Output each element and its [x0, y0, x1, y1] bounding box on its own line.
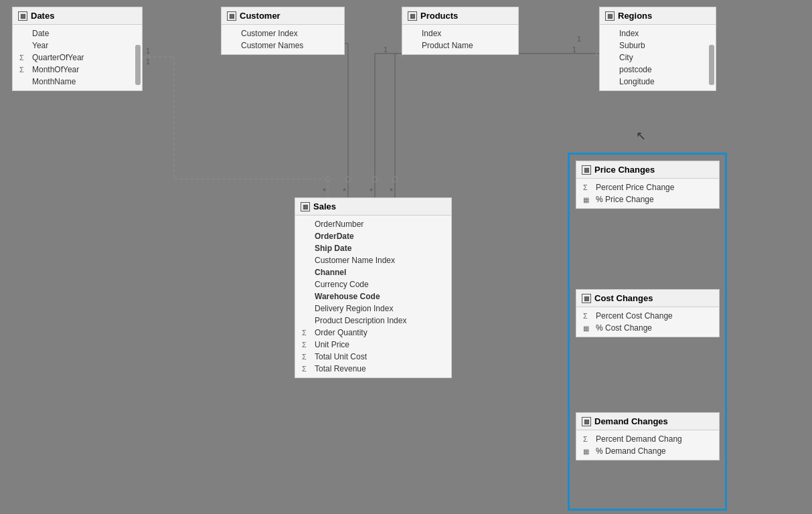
svg-point-18: [372, 177, 378, 182]
regions-table-icon: ▦: [605, 11, 615, 21]
regions-table-body: Index Suburb City postcode Longitude: [600, 25, 716, 90]
table-row: postcode: [600, 64, 716, 76]
table-row: Σ Unit Price: [295, 339, 451, 351]
dates-table-icon: ▦: [18, 11, 27, 21]
row-label: % Price Change: [596, 195, 654, 204]
sigma-icon: Σ: [19, 54, 29, 62]
customer-table-icon: ▦: [227, 11, 236, 21]
table-row: Index: [402, 27, 518, 39]
demand-changes-table-icon: ▦: [582, 417, 591, 426]
svg-text:1: 1: [146, 47, 150, 55]
table-row: ▦ % Demand Change: [576, 445, 719, 457]
row-label: Total Revenue: [315, 364, 366, 373]
row-label: Percent Cost Change: [596, 311, 673, 321]
dates-table-body: Date Year Σ QuarterOfYear Σ MonthOfYear …: [13, 25, 142, 90]
svg-text:*: *: [343, 186, 346, 196]
sigma-icon: Σ: [19, 66, 29, 74]
sigma-icon: Σ: [583, 435, 592, 443]
table-row: Currency Code: [295, 278, 451, 290]
row-label: Currency Code: [315, 280, 369, 289]
table-row: Customer Name Index: [295, 254, 451, 266]
table-row: Ship Date: [295, 242, 451, 254]
svg-point-6: [325, 177, 331, 182]
dates-table-title: Dates: [31, 11, 54, 21]
row-label: OrderNumber: [315, 220, 363, 229]
table-row: Suburb: [600, 39, 716, 52]
table-row: City: [600, 52, 716, 64]
row-label: Channel: [315, 268, 346, 277]
dates-table: ▦ Dates Date Year Σ QuarterOfYear Σ Mont…: [12, 7, 143, 91]
row-label: % Demand Change: [596, 446, 666, 456]
demand-changes-table-body: Σ Percent Demand Chang ▦ % Demand Change: [576, 430, 719, 460]
table-row: Σ Percent Demand Chang: [576, 433, 719, 445]
cost-changes-table: ▦ Cost Changes Σ Percent Cost Change ▦ %…: [576, 289, 720, 337]
customer-table-header: ▦ Customer: [222, 7, 344, 25]
table-row: Σ Total Unit Cost: [295, 351, 451, 363]
demand-changes-table-header: ▦ Demand Changes: [576, 413, 719, 430]
svg-text:1: 1: [146, 58, 150, 66]
sigma-icon: Σ: [302, 365, 311, 373]
svg-text:1: 1: [577, 35, 581, 43]
table-row: Customer Names: [222, 39, 344, 52]
row-label: Ship Date: [315, 244, 351, 253]
products-table-body: Index Product Name: [402, 25, 518, 54]
table-row: OrderDate: [295, 230, 451, 242]
table-row: Σ Total Revenue: [295, 363, 451, 375]
price-changes-table-title: Price Changes: [594, 165, 655, 175]
demand-changes-table: ▦ Demand Changes Σ Percent Demand Chang …: [576, 412, 720, 460]
row-label: Suburb: [619, 41, 645, 50]
products-table-header: ▦ Products: [402, 7, 518, 25]
row-label: Product Description Index: [315, 316, 406, 325]
table-row: Product Description Index: [295, 315, 451, 327]
row-label: Customer Name Index: [315, 256, 395, 265]
row-label: City: [619, 53, 633, 62]
price-changes-table: ▦ Price Changes Σ Percent Price Change ▦…: [576, 161, 720, 209]
row-label: Index: [422, 29, 441, 38]
price-changes-table-body: Σ Percent Price Change ▦ % Price Change: [576, 179, 719, 208]
table-icon-small: ▦: [583, 448, 592, 455]
scroll-indicator: [135, 45, 141, 85]
row-label: postcode: [619, 65, 652, 74]
sales-table: ▦ Sales OrderNumber OrderDate Ship Date …: [295, 197, 452, 378]
table-row: ▦ % Price Change: [576, 193, 719, 205]
table-row: Index: [600, 27, 716, 39]
table-row: Σ Order Quantity: [295, 327, 451, 339]
row-label: Date: [32, 29, 49, 38]
row-label: Customer Names: [241, 41, 303, 50]
row-label: Percent Demand Chang: [596, 434, 682, 444]
regions-table: ▦ Regions Index Suburb City postcode Lon…: [599, 7, 716, 91]
row-label: Index: [619, 29, 639, 38]
table-row: Year: [13, 39, 142, 52]
cursor: ↖: [636, 128, 644, 141]
table-row: Σ MonthOfYear: [13, 64, 142, 76]
table-row: Product Name: [402, 39, 518, 52]
sales-table-title: Sales: [313, 201, 336, 211]
sales-table-header: ▦ Sales: [295, 198, 451, 216]
table-row: Warehouse Code: [295, 290, 451, 303]
products-table: ▦ Products Index Product Name: [402, 7, 519, 55]
row-label: % Cost Change: [596, 323, 652, 333]
customer-table-body: Customer Index Customer Names: [222, 25, 344, 54]
table-row: Channel: [295, 266, 451, 278]
sigma-icon: Σ: [302, 353, 311, 361]
price-changes-table-header: ▦ Price Changes: [576, 161, 719, 179]
scroll-indicator: [709, 45, 714, 85]
svg-text:*: *: [370, 186, 373, 196]
regions-table-title: Regions: [618, 11, 652, 21]
row-label: MonthName: [32, 77, 76, 86]
sales-table-icon: ▦: [301, 202, 310, 211]
sigma-icon: Σ: [302, 341, 311, 349]
products-table-title: Products: [420, 11, 458, 21]
table-icon-small: ▦: [583, 325, 592, 332]
row-label: Total Unit Cost: [315, 352, 367, 361]
svg-text:1: 1: [384, 46, 388, 54]
table-row: MonthName: [13, 76, 142, 88]
products-table-icon: ▦: [408, 11, 417, 21]
row-label: OrderDate: [315, 232, 354, 241]
svg-point-12: [345, 177, 351, 182]
customer-table: ▦ Customer Customer Index Customer Names: [221, 7, 345, 55]
row-label: MonthOfYear: [32, 65, 79, 74]
svg-text:*: *: [323, 186, 326, 196]
cost-changes-table-body: Σ Percent Cost Change ▦ % Cost Change: [576, 307, 719, 337]
row-label: Warehouse Code: [315, 292, 380, 301]
